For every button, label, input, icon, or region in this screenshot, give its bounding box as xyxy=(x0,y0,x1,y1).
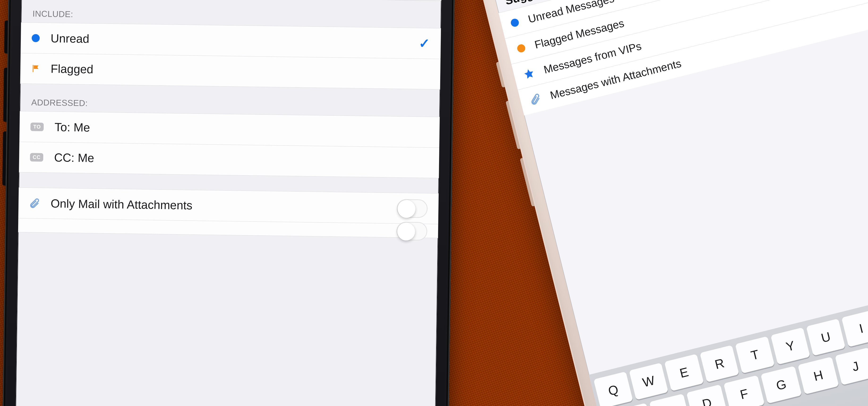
key-h[interactable]: H xyxy=(798,357,839,395)
filter-label: CC: Me xyxy=(54,151,429,170)
filter-label: Unread xyxy=(51,31,408,50)
volume-down-button xyxy=(520,158,534,207)
key-e[interactable]: E xyxy=(664,354,704,391)
unread-dot-icon xyxy=(32,34,40,42)
filter-label: To: Me xyxy=(55,120,429,139)
key-r[interactable]: R xyxy=(700,345,739,382)
key-w[interactable]: W xyxy=(629,363,669,400)
filter-row-to-me[interactable]: TO To: Me xyxy=(19,111,440,148)
mute-switch xyxy=(496,62,505,88)
paperclip-icon xyxy=(29,198,40,208)
key-t[interactable]: T xyxy=(735,336,775,373)
key-d[interactable]: D xyxy=(686,384,728,406)
paperclip-icon xyxy=(529,93,542,106)
keyboard[interactable]: QWERTYUIOP ASDFGHJKL xyxy=(589,286,868,406)
phone-right: T-Mobile 12:08 P Search Suggested Search… xyxy=(468,0,868,406)
flag-icon xyxy=(31,64,40,73)
key-g[interactable]: G xyxy=(761,366,802,404)
volume-down-button xyxy=(2,131,6,185)
key-y[interactable]: Y xyxy=(771,328,810,365)
key-s[interactable]: S xyxy=(649,394,691,406)
volume-up-button xyxy=(3,68,7,122)
cc-pill-icon: CC xyxy=(30,153,43,162)
key-q[interactable]: Q xyxy=(593,372,633,406)
extra-toggle[interactable] xyxy=(396,222,427,241)
to-pill-icon: TO xyxy=(30,123,44,131)
filter-label: Flagged xyxy=(51,62,430,81)
key-i[interactable]: I xyxy=(841,310,868,347)
filter-row-unread[interactable]: Unread ✓ xyxy=(21,23,441,59)
mute-switch xyxy=(4,21,8,54)
unread-dot-icon xyxy=(510,18,520,27)
filter-row-flagged[interactable]: Flagged xyxy=(20,53,440,90)
phone-left: Verizon 12:08 PM Filter Done INCLUDE: Un… xyxy=(0,0,455,406)
key-f[interactable]: F xyxy=(723,375,765,406)
key-u[interactable]: U xyxy=(806,318,845,356)
filter-row-attachments[interactable]: Only Mail with Attachments xyxy=(19,188,439,224)
attachments-toggle[interactable] xyxy=(397,199,428,218)
star-icon xyxy=(523,67,536,80)
key-j[interactable]: J xyxy=(835,347,868,385)
flagged-dot-icon xyxy=(516,43,526,53)
filter-row-cc-me[interactable]: CC CC: Me xyxy=(19,142,439,178)
filter-label: Only Mail with Attachments xyxy=(51,197,386,215)
volume-up-button xyxy=(505,101,520,149)
